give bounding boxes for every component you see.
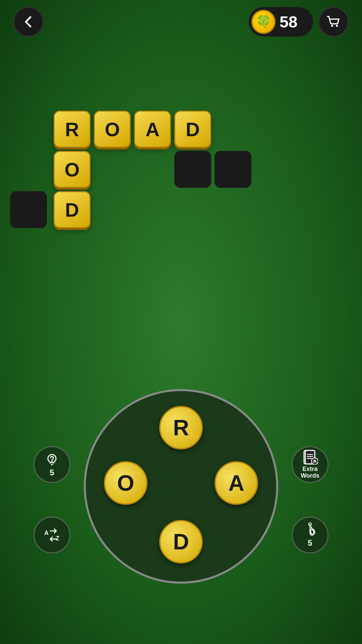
shuffle-button[interactable]: A Z (34, 517, 70, 553)
coin-icon: 🍀 (251, 10, 276, 34)
cart-button[interactable] (318, 7, 349, 37)
dark-tile-3 (10, 191, 47, 228)
tile-D-row2: D (54, 191, 90, 228)
letter-R[interactable]: R (159, 406, 203, 449)
finger-count: 5 (308, 538, 312, 548)
dark-tile-2 (215, 151, 251, 188)
letter-wheel: R O A D (84, 389, 278, 584)
tile-O-row1: O (54, 151, 90, 188)
letter-A[interactable]: A (215, 461, 258, 505)
svg-point-1 (336, 25, 338, 27)
svg-point-0 (331, 25, 333, 27)
tile-A: A (134, 111, 171, 148)
hint-button[interactable]: 5 (34, 446, 70, 483)
finger-button[interactable]: 5 (292, 517, 328, 553)
extra-words-button[interactable]: Extra Words (292, 446, 328, 483)
tile-D-row0: D (174, 111, 211, 148)
coin-count: 58 (280, 13, 306, 31)
coin-area: 🍀 58 (249, 7, 349, 37)
coin-pill: 🍀 58 (249, 7, 313, 37)
svg-point-9 (309, 523, 311, 526)
tile-O-row0: O (94, 111, 131, 148)
letter-D[interactable]: D (159, 520, 203, 564)
back-button[interactable] (13, 7, 44, 37)
dark-tile-1 (174, 151, 211, 188)
svg-point-3 (51, 461, 53, 462)
header: 🍀 58 (0, 0, 362, 44)
extra-words-label: Extra Words (293, 466, 327, 479)
svg-text:Z: Z (56, 535, 59, 542)
svg-text:A: A (44, 530, 49, 536)
letter-O[interactable]: O (104, 461, 147, 505)
hint-count: 5 (50, 468, 54, 477)
tile-R: R (54, 111, 90, 148)
